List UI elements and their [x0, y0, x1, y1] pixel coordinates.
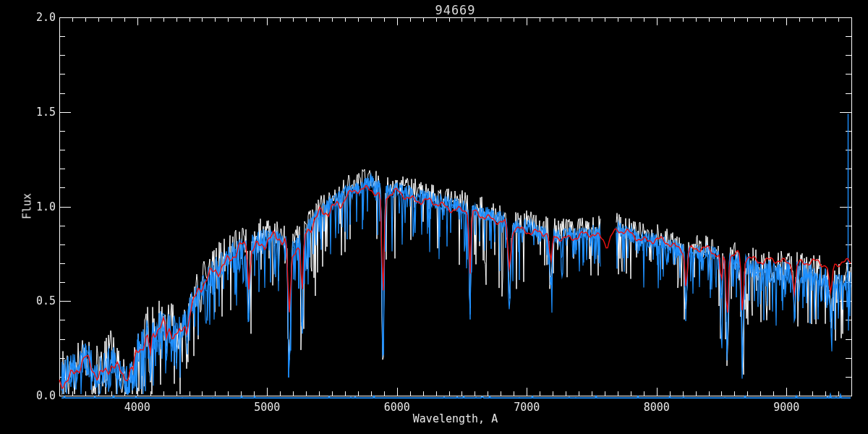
- y-tick-label: 0.0: [22, 391, 56, 402]
- y-tick-label: 1.0: [22, 202, 56, 213]
- plot-title: 94669: [59, 4, 851, 17]
- y-tick-label: 2.0: [22, 12, 56, 24]
- x-axis-label: Wavelength, A: [59, 414, 851, 425]
- x-tick-label: 6000: [375, 402, 419, 413]
- x-tick-label: 9000: [765, 402, 808, 413]
- y-tick-label: 1.5: [22, 107, 56, 119]
- y-tick-label: 0.5: [22, 296, 56, 307]
- spectrum-plot-window: 94669 Flux Wavelength, A 400050006000700…: [0, 0, 868, 434]
- spectrum-plot-canvas: [0, 0, 868, 434]
- x-tick-label: 4000: [116, 402, 159, 413]
- x-tick-label: 7000: [505, 402, 548, 413]
- x-tick-label: 5000: [245, 402, 289, 413]
- x-tick-label: 8000: [635, 402, 678, 413]
